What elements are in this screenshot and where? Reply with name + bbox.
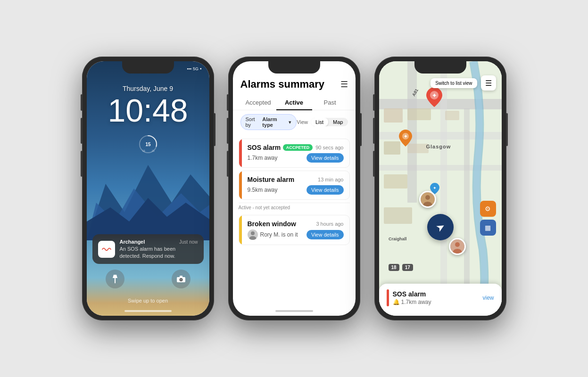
- moisture-alarm-name: Moisture alarm: [248, 176, 295, 183]
- orange-pin-icon: ✦: [399, 130, 412, 147]
- moisture-alarm-pin-orange[interactable]: ✦: [399, 130, 412, 148]
- map-alarm-info: SOS alarm 🔔 1.7km away: [387, 289, 431, 306]
- power-button-3[interactable]: [506, 113, 508, 146]
- person-avatar-1: [419, 191, 436, 208]
- active-not-accepted-divider: Active - not yet accepted: [239, 203, 350, 212]
- mountain-illustration: [87, 146, 209, 240]
- mute-button-2[interactable]: [227, 94, 229, 111]
- svg-point-10: [180, 279, 182, 281]
- svg-text:✦: ✦: [432, 92, 437, 99]
- sort-button[interactable]: Sort by Alarm type ▾: [240, 114, 297, 130]
- switch-to-list-view-button[interactable]: Switch to list view: [431, 78, 477, 88]
- road-numbers: 18 17: [389, 264, 413, 271]
- alarms-list: SOS alarm ACCPETED 90 secs ago 1.7km awa…: [233, 134, 356, 307]
- svg-point-37: [455, 242, 460, 247]
- glasgow-label: Glasgow: [426, 144, 451, 149]
- svg-text:✦: ✦: [404, 134, 408, 139]
- camera-icon[interactable]: [172, 270, 190, 288]
- notification-card[interactable]: Archangel Just now An SOS alarm has been…: [92, 234, 204, 264]
- tabs-row: Accepted Active Past: [233, 95, 356, 110]
- view-toggle: View List Map: [297, 118, 348, 126]
- notification-time: Just now: [179, 239, 198, 245]
- svg-text:✦: ✦: [433, 186, 437, 190]
- volume-down-button-2[interactable]: [227, 151, 229, 177]
- notch-2: [268, 61, 320, 74]
- moisture-view-details-button[interactable]: View details: [306, 185, 344, 195]
- chevron-down-icon: ▾: [289, 119, 291, 125]
- battery-icon: ▪: [200, 66, 202, 71]
- navigation-button[interactable]: ➤: [427, 214, 454, 240]
- volume-up-button-3[interactable]: [373, 118, 375, 144]
- power-button[interactable]: [214, 113, 215, 146]
- sos-alarm-body: SOS alarm ACCPETED 90 secs ago 1.7km awa…: [242, 139, 349, 167]
- hamburger-lines: ☰: [485, 79, 492, 88]
- svg-rect-21: [407, 108, 431, 120]
- broken-window-alarm-name: Broken window: [248, 220, 296, 228]
- volume-down-button[interactable]: [81, 151, 83, 177]
- lock-time: 10:48: [108, 94, 188, 126]
- map-alarm-red-stripe: [387, 289, 389, 306]
- broken-window-alarm-body: Broken window 3 hours ago Rory M. is on …: [242, 215, 349, 245]
- lock-date: Thursday, June 9: [123, 85, 173, 92]
- road-number-18: 18: [389, 264, 399, 271]
- person-avatar-2: [449, 238, 466, 255]
- grid-view-icon[interactable]: ▦: [480, 220, 496, 236]
- flashlight-icon[interactable]: [106, 270, 124, 288]
- notch: [122, 61, 174, 74]
- moisture-alarm-time: 13 min ago: [318, 177, 343, 182]
- filter-row: Sort by Alarm type ▾ View List Map: [233, 110, 356, 134]
- accepted-badge: ACCPETED: [283, 144, 313, 151]
- lock-screen-bottom: Archangel Just now An SOS alarm has been…: [87, 234, 209, 316]
- alarms-screen: Alarms summary ☰ Accepted Active Past So…: [233, 61, 356, 316]
- alarm-card-moisture: Moisture alarm 13 min ago 9.5km away Vie…: [239, 171, 350, 200]
- assignee-avatar: [248, 229, 258, 240]
- home-indicator: [124, 310, 172, 312]
- tab-accepted[interactable]: Accepted: [240, 95, 276, 110]
- broken-window-assigned: Rory M. is on it: [248, 229, 298, 240]
- svg-rect-25: [445, 111, 459, 120]
- tab-active[interactable]: Active: [276, 95, 312, 110]
- swipe-hint: Swipe up to open: [87, 298, 209, 308]
- view-label: View: [297, 119, 308, 125]
- volume-up-button-2[interactable]: [227, 118, 229, 144]
- sort-value: Alarm type: [262, 116, 287, 128]
- view-options: List Map: [311, 118, 348, 126]
- notification-text: An SOS alarm has been detected. Respond …: [120, 246, 198, 259]
- view-map-option[interactable]: Map: [328, 118, 348, 126]
- map-top-bar: Switch to list view ☰: [379, 75, 502, 90]
- map-hamburger-icon[interactable]: ☰: [481, 75, 496, 90]
- notch-3: [414, 61, 466, 74]
- broken-window-view-details-button[interactable]: View details: [306, 230, 344, 239]
- svg-rect-24: [384, 174, 407, 188]
- settings-alarm-icon[interactable]: ⚙: [480, 201, 496, 217]
- notification-content: Archangel Just now An SOS alarm has been…: [120, 239, 198, 259]
- sos-alarm-distance: 1.7km away: [248, 155, 278, 161]
- mute-button-3[interactable]: [373, 94, 375, 111]
- tab-past[interactable]: Past: [312, 95, 348, 110]
- volume-up-button[interactable]: [81, 118, 83, 144]
- sos-view-details-button[interactable]: View details: [306, 153, 344, 163]
- app-icon: [98, 241, 115, 258]
- volume-down-button-3[interactable]: [373, 151, 375, 177]
- 5g-label: 5G: [193, 66, 199, 71]
- map-view-link[interactable]: view: [482, 295, 494, 301]
- map-screen: A81 Craighall Switch to list view ☰: [379, 61, 502, 316]
- svg-rect-19: [464, 108, 470, 297]
- phone-3: A81 Craighall Switch to list view ☰: [374, 57, 506, 320]
- map-alarm-name: SOS alarm: [393, 290, 431, 298]
- hamburger-menu-icon[interactable]: ☰: [340, 79, 348, 90]
- road-number-17: 17: [402, 264, 413, 271]
- alarm-bell-icon: 🔔: [393, 299, 400, 305]
- home-indicator-2: [275, 310, 313, 312]
- view-list-option[interactable]: List: [311, 118, 328, 126]
- alarm-card-sos: SOS alarm ACCPETED 90 secs ago 1.7km awa…: [239, 139, 350, 168]
- sos-alarm-name: SOS alarm: [248, 144, 281, 151]
- map-alarm-details: SOS alarm 🔔 1.7km away: [393, 290, 431, 305]
- mute-button[interactable]: [81, 94, 83, 111]
- map-bottom-alarm-card: SOS alarm 🔔 1.7km away view: [379, 284, 502, 316]
- power-button-2[interactable]: [360, 113, 362, 146]
- svg-point-34: [425, 195, 430, 200]
- map-alarm-distance: 🔔 1.7km away: [393, 299, 431, 305]
- sos-alarm-time: 90 secs ago: [315, 145, 343, 150]
- phone-1: ▪▪▪ 5G ▪ Thursday, June 9 10:48 15 13 21: [82, 57, 214, 320]
